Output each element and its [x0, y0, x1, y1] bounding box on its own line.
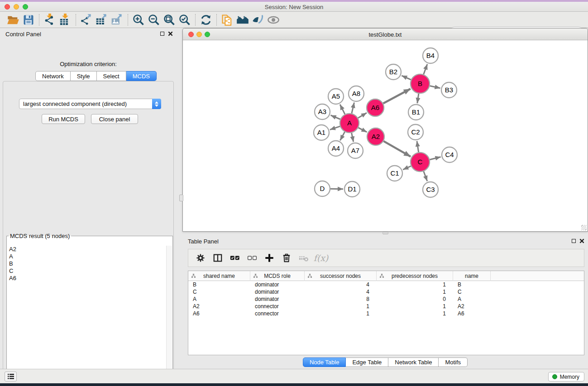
graph-node-C1[interactable]: C1 — [387, 166, 402, 181]
graph-node-D[interactable]: D — [315, 181, 330, 196]
network-graph-canvas[interactable]: ABCA6A2A1A3A4A5A7A8B1B2B3B4C1C2C3C4DD1 — [183, 40, 588, 231]
edge-A-A1[interactable] — [330, 126, 340, 130]
column-header-name[interactable]: name — [453, 271, 491, 281]
table-cell[interactable]: A — [453, 295, 491, 303]
table-cell[interactable]: 1 — [377, 303, 453, 310]
network-from-selection-icon[interactable] — [220, 13, 235, 27]
export-network-icon[interactable] — [79, 13, 94, 27]
delete-column-icon[interactable] — [279, 251, 294, 265]
table-row[interactable]: A6connector11A6 — [188, 310, 584, 317]
table-cell[interactable]: 8 — [305, 295, 377, 303]
table-row[interactable]: Adominator80A — [188, 295, 584, 303]
edge-B-B4[interactable] — [424, 64, 427, 75]
table-tab-motifs[interactable]: Motifs — [439, 357, 468, 367]
edge-A-A5[interactable] — [340, 105, 345, 114]
table-cell[interactable]: C — [453, 288, 491, 295]
table-tab-edge-table[interactable]: Edge Table — [346, 357, 388, 367]
graph-node-A4[interactable]: A4 — [328, 141, 344, 156]
network-window-titlebar[interactable]: testGlobe.txt — [183, 29, 588, 40]
task-history-button[interactable] — [5, 372, 17, 381]
table-row[interactable]: Cdominator41C — [188, 288, 584, 295]
graph-node-A6[interactable]: A6 — [367, 99, 384, 116]
table-tab-network-table[interactable]: Network Table — [388, 357, 439, 367]
graph-node-D1[interactable]: D1 — [344, 181, 360, 197]
import-table-icon[interactable] — [57, 13, 73, 27]
edge-A2-C[interactable] — [383, 141, 411, 157]
table-cell[interactable]: connector — [250, 303, 305, 310]
table-cell[interactable]: A2 — [453, 303, 491, 310]
open-session-icon[interactable] — [5, 13, 21, 27]
deselect-all-icon[interactable] — [244, 251, 260, 265]
table-cell[interactable]: 1 — [305, 310, 377, 317]
horizontal-splitter-handle[interactable] — [382, 232, 388, 234]
graph-node-C4[interactable]: C4 — [442, 147, 457, 162]
export-image-icon[interactable] — [110, 13, 125, 27]
table-cell[interactable]: 1 — [377, 310, 453, 317]
edge-A-A6[interactable] — [358, 113, 367, 118]
refresh-icon[interactable] — [198, 13, 214, 27]
split-view-icon[interactable] — [210, 251, 225, 265]
table-cell[interactable]: A — [188, 295, 250, 303]
edge-A-A4[interactable] — [340, 132, 344, 140]
zoom-in-icon[interactable] — [131, 13, 146, 27]
table-row[interactable]: Bdominator41B — [188, 281, 584, 288]
graph-node-A8[interactable]: A8 — [349, 86, 364, 101]
graph-node-B[interactable]: B — [411, 74, 430, 93]
result-item[interactable]: B — [7, 260, 167, 267]
tab-network[interactable]: Network — [35, 71, 71, 81]
graph-node-C2[interactable]: C2 — [408, 124, 423, 140]
graph-node-C3[interactable]: C3 — [423, 182, 438, 197]
tab-style[interactable]: Style — [71, 71, 97, 81]
toggle-visibility-icon[interactable] — [250, 13, 266, 27]
graph-node-B4[interactable]: B4 — [423, 48, 438, 63]
table-cell[interactable]: dominator — [250, 281, 305, 288]
edge-A6-B[interactable] — [383, 89, 411, 103]
graph-node-B1[interactable]: B1 — [408, 105, 424, 120]
float-table-panel-icon[interactable] — [572, 239, 576, 243]
table-row[interactable]: A2connector11A2 — [188, 303, 584, 310]
table-cell[interactable]: 4 — [305, 281, 377, 288]
table-cell[interactable]: C — [188, 288, 250, 295]
result-item[interactable]: C — [7, 267, 167, 275]
table-cell[interactable]: 1 — [377, 288, 453, 295]
table-cell[interactable]: connector — [250, 310, 305, 317]
column-header-shared-name[interactable]: shared name — [188, 271, 250, 281]
dropdown-stepper-icon[interactable] — [152, 99, 161, 109]
edge-B-B2[interactable] — [402, 76, 411, 80]
column-header-MCDS-role[interactable]: MCDS role — [250, 271, 305, 281]
table-cell[interactable]: 1 — [377, 281, 453, 288]
result-item[interactable]: A — [7, 253, 167, 260]
edge-A-A7[interactable] — [352, 133, 354, 142]
close-panel-button[interactable]: Close panel — [91, 114, 138, 124]
edge-B-B1[interactable] — [417, 94, 419, 103]
close-panel-icon[interactable] — [168, 31, 173, 36]
table-tab-node-table[interactable]: Node Table — [303, 357, 346, 367]
edge-C-C4[interactable] — [430, 157, 440, 160]
table-cell[interactable]: B — [453, 281, 491, 288]
zoom-out-icon[interactable] — [146, 13, 162, 27]
edge-A-A3[interactable] — [331, 115, 340, 119]
result-item[interactable]: A6 — [7, 275, 167, 282]
edge-A-A8[interactable] — [352, 103, 354, 114]
table-cell[interactable]: B — [188, 281, 250, 288]
edge-B-B3[interactable] — [430, 86, 440, 88]
node-table[interactable]: shared nameMCDS rolesuccessor nodesprede… — [188, 271, 584, 355]
graph-node-C[interactable]: C — [411, 152, 430, 172]
table-cell[interactable]: A2 — [188, 303, 250, 310]
run-mcds-button[interactable]: Run MCDS — [42, 114, 85, 124]
graph-node-A3[interactable]: A3 — [315, 104, 330, 119]
edge-C-C2[interactable] — [417, 141, 419, 152]
panel-splitter-handle[interactable] — [179, 195, 183, 201]
select-all-icon[interactable] — [227, 251, 243, 265]
result-scrollbar[interactable] — [166, 246, 172, 386]
table-cell[interactable]: dominator — [250, 295, 305, 303]
tab-mcds[interactable]: MCDS — [126, 71, 157, 81]
table-cell[interactable]: 0 — [377, 295, 453, 303]
tab-select[interactable]: Select — [97, 71, 126, 81]
zoom-fit-icon[interactable] — [162, 13, 177, 27]
graph-node-A1[interactable]: A1 — [314, 125, 329, 140]
close-table-panel-icon[interactable] — [579, 238, 584, 243]
graph-node-A7[interactable]: A7 — [348, 143, 363, 158]
import-network-icon[interactable] — [42, 13, 57, 27]
graph-node-B2[interactable]: B2 — [386, 64, 401, 80]
